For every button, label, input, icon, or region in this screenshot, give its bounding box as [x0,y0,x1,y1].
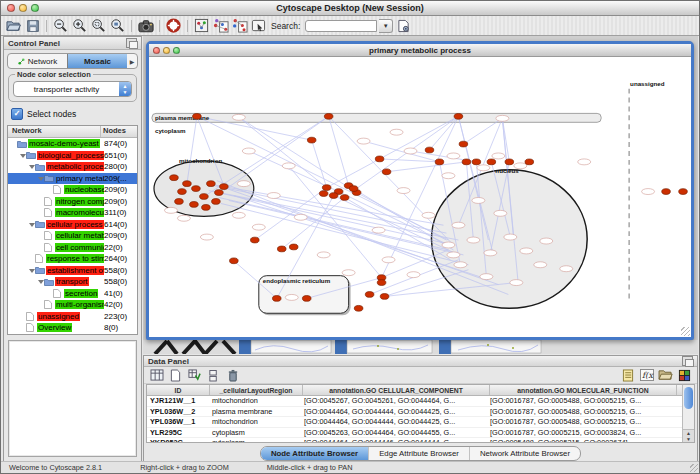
tab-network[interactable]: Network [8,54,67,68]
gene-node[interactable] [319,191,328,197]
label-node[interactable] [164,207,177,213]
graph-edge[interactable] [224,116,329,190]
gene-node[interactable] [525,159,534,165]
gene-node[interactable] [175,199,184,205]
table-cell[interactable]: cytoplasm [209,428,301,438]
label-node[interactable] [514,163,527,169]
label-node[interactable] [342,270,355,276]
tree-row-13[interactable]: secretion41(0) [8,288,137,300]
table-cell[interactable]: [GO:0005488, GO:0005215, GO:0003674] [487,438,673,442]
graph-edge[interactable] [282,197,345,248]
gene-node[interactable] [425,147,434,153]
new-attribute-icon[interactable] [167,367,184,383]
zoom-out-icon[interactable] [52,18,69,34]
table-cell[interactable]: YLR295C [147,428,209,438]
label-node[interactable] [407,272,420,278]
table-cell[interactable]: [GO:0016787, GO:0005488, GO:0005215, G..… [487,396,673,406]
gene-node[interactable] [200,194,209,200]
table-column-header[interactable]: _cellularLayoutRegion [210,385,303,395]
gene-node[interactable] [487,159,496,165]
zoom-in-icon[interactable] [71,18,88,34]
tree-row-8[interactable]: cellular metabol209(0) [8,230,137,242]
label-node[interactable] [477,165,490,171]
gene-node[interactable] [193,113,202,119]
gene-node[interactable] [207,181,216,187]
tree-row-16[interactable]: Overview8(0) [8,322,137,334]
tab-overflow-arrow[interactable]: ▶ [127,58,137,65]
label-node[interactable] [442,173,455,179]
graph-edge[interactable] [327,116,459,187]
table-row-2[interactable]: YPL036W__1mitochondrion[GO:0044464, GO:0… [147,417,682,428]
gene-node[interactable] [272,296,281,302]
gene-node[interactable] [472,159,481,165]
table-cell[interactable]: [GO:0016787, GO:0005488, GO:0005215, G..… [487,417,673,427]
table-cell[interactable]: [GO:0016787, GO:0005488, GO:0005215, G..… [487,407,673,417]
gene-node[interactable] [170,175,179,181]
gene-node[interactable] [212,199,221,205]
delete-attribute-icon[interactable] [224,367,241,383]
tree-row-2[interactable]: metabolic process280(0) [8,161,137,173]
table-column-header[interactable]: ID [147,385,210,395]
label-node[interactable] [494,210,507,216]
tab-node-attribute-browser[interactable]: Node Attribute Browser [261,447,368,460]
layout-icon-1[interactable] [212,18,229,34]
label-node[interactable] [504,234,517,240]
unselect-attributes-icon[interactable] [205,367,222,383]
tree-row-0[interactable]: mosaic-demo-yeast874(0) [8,138,137,150]
label-node[interactable] [294,214,307,220]
gene-node[interactable] [324,113,333,119]
label-node[interactable] [232,114,245,120]
table-cell[interactable]: YPL036W__2 [147,407,209,417]
gene-node[interactable] [302,296,311,302]
gene-node[interactable] [462,159,471,165]
gene-node[interactable] [435,159,444,165]
window-resize-grip[interactable] [690,464,698,472]
graph-edge[interactable] [387,162,467,172]
tree-row-9[interactable]: cell communicat22(0) [8,242,137,254]
tree-column-network[interactable]: Network [8,126,101,137]
label-node[interactable] [540,238,553,244]
attribute-list-icon[interactable] [619,367,636,383]
show-columns-icon[interactable] [148,367,165,383]
gene-node[interactable] [307,137,316,143]
table-column-header[interactable]: annotation.GO CELLULAR_COMPONENT [303,385,490,395]
gene-node[interactable] [454,113,463,119]
label-node[interactable] [472,197,485,203]
gene-node[interactable] [230,258,239,264]
label-node[interactable] [578,159,591,165]
label-node[interactable] [200,234,213,240]
table-cell[interactable]: [GO:0016787, GO:0005215, GO:0003824, G..… [487,428,673,438]
gene-node[interactable] [380,294,389,300]
label-node[interactable] [484,250,497,256]
label-node[interactable] [390,129,403,135]
search-input[interactable] [305,20,377,32]
function-builder-icon[interactable]: f(x) [638,367,655,383]
search-dropdown-button[interactable]: ▼ [379,19,393,33]
data-panel-float-icon[interactable] [682,356,693,366]
tree-expand-arrow[interactable] [37,175,44,182]
table-cell[interactable]: [GO:0044464, GO:0044444, GO:0044425, G..… [301,407,487,417]
select-nodes-checkbox[interactable]: ✓ [11,108,23,120]
table-column-header[interactable]: annotation.GO MOLECULAR_FUNCTION [490,385,677,395]
label-node[interactable] [447,252,460,258]
tree-expand-arrow[interactable] [28,221,35,228]
label-node[interactable] [397,188,410,194]
label-node[interactable] [404,148,417,154]
label-node[interactable] [534,262,547,268]
label-node[interactable] [496,115,509,121]
tree-row-4[interactable]: nucleobase-209(0) [8,184,137,196]
gene-node[interactable] [349,186,358,192]
label-node[interactable] [480,274,493,280]
tree-column-nodes[interactable]: Nodes [101,126,137,137]
table-cell[interactable]: [GO:0044464, GO:0044446, GO:0044444, G..… [301,438,487,442]
graph-edge[interactable] [209,191,454,245]
zoom-fit-icon[interactable] [109,18,126,34]
tree-row-3[interactable]: primary metabo209(... [8,173,137,185]
label-node[interactable] [467,237,480,243]
float-panel-icon[interactable] [126,38,137,48]
gene-node[interactable] [505,159,514,165]
label-node[interactable] [357,138,370,144]
import-attributes-icon[interactable] [657,367,674,383]
tree-expand-arrow[interactable] [28,267,35,274]
tab-edge-attribute-browser[interactable]: Edge Attribute Browser [368,447,469,460]
